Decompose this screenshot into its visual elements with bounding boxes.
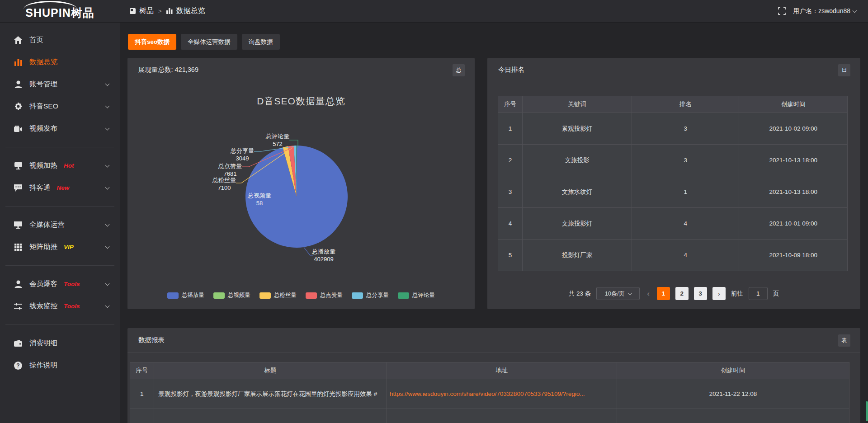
sidebar: 首页 数据总览 账号管理 抖音SEO 视频发布 视频加热 Hot 抖客通 New…: [0, 23, 120, 423]
total-toggle-button[interactable]: 总: [453, 64, 465, 76]
sidebar-item-account[interactable]: 账号管理: [0, 73, 120, 95]
header-right: 用户名：zswodun88: [778, 7, 868, 15]
sidebar-item-media-operation[interactable]: 全媒体运营: [0, 214, 120, 236]
pie-label-play-count: 总播放量402909: [312, 248, 335, 263]
data-report-panel: 数据报表 表 序号 标题 地址 创建时间 1 景观投影灯，夜游景观投影灯厂家展示…: [127, 328, 860, 423]
tab-inquiry-data[interactable]: 询盘数据: [242, 34, 280, 50]
video-share-link[interactable]: https://www.iesdouyin.com/share/video/70…: [390, 390, 585, 397]
chart-legend: 总播放量 总视频量 总粉丝量 总点赞量 总分享量 总评论量: [127, 291, 475, 299]
sidebar-item-lead-monitor[interactable]: 线索监控 Tools: [0, 295, 120, 317]
sidebar-item-label: 操作说明: [29, 361, 57, 370]
legend-item[interactable]: 总播放量: [167, 291, 204, 299]
chevron-down-icon: [853, 8, 857, 13]
sidebar-item-label: 线索监控: [29, 301, 57, 311]
sidebar-item-instructions[interactable]: ? 操作说明: [0, 354, 120, 376]
legend-item[interactable]: 总粉丝量: [259, 291, 297, 299]
report-table-header-row: 序号 标题 地址 创建时间: [130, 362, 849, 379]
page-button-2[interactable]: 2: [675, 287, 689, 300]
app-square-icon: [130, 8, 136, 14]
page-button-1[interactable]: 1: [657, 287, 670, 300]
legend-item[interactable]: 总分享量: [352, 291, 389, 299]
legend-item[interactable]: 总点赞量: [306, 291, 343, 299]
table-row[interactable]: [130, 409, 849, 423]
goto-suffix-label: 页: [773, 290, 779, 298]
sidebar-item-video-publish[interactable]: 视频发布: [0, 118, 120, 140]
day-toggle-button[interactable]: 日: [838, 64, 850, 76]
goto-page-input[interactable]: [749, 287, 768, 300]
rank-table-header-row: 序号 关键词 排名 创建时间: [498, 96, 848, 113]
grid-icon: [14, 244, 23, 251]
tab-douyin-seo-data[interactable]: 抖音seo数据: [128, 34, 176, 50]
sliders-icon: [14, 303, 23, 310]
top-header: SHUPIN树品 树品 > 数据总览 用户名：zswodun88: [0, 0, 868, 23]
sidebar-item-video-heat[interactable]: 视频加热 Hot: [0, 155, 120, 177]
tab-media-operation-data[interactable]: 全媒体运营数据: [181, 34, 237, 50]
username-label: 用户名：zswodun88: [793, 7, 850, 15]
table-row[interactable]: 1 景观投影灯，夜游景观投影灯厂家展示展示落花灯在花园里的灯光投影应用效果 # …: [130, 379, 849, 409]
col-header-created: 创建时间: [739, 96, 848, 113]
legend-swatch: [352, 292, 363, 299]
table-toggle-button[interactable]: 表: [838, 334, 850, 347]
sidebar-item-label: 数据总览: [29, 57, 57, 67]
legend-swatch: [398, 292, 409, 299]
chevron-down-icon: [105, 244, 110, 249]
sidebar-item-label: 账号管理: [29, 80, 57, 89]
legend-swatch: [259, 292, 271, 299]
chevron-down-icon: [105, 281, 110, 286]
page-size-select[interactable]: 10条/页: [596, 287, 640, 300]
table-row[interactable]: 2文旅投影32021-10-13 18:00: [498, 145, 848, 176]
overview-total-label: 展现量总数: 421,369: [138, 66, 198, 74]
col-header-no: 序号: [130, 362, 154, 379]
report-table-wrap: 序号 标题 地址 创建时间 1 景观投影灯，夜游景观投影灯厂家展示展示落花灯在花…: [130, 362, 849, 423]
table-row[interactable]: 3文旅水纹灯12021-10-13 18:00: [498, 176, 848, 208]
table-row[interactable]: 1景观投影灯32021-10-02 09:00: [498, 113, 848, 145]
sidebar-item-label: 视频加热: [29, 161, 57, 170]
username-menu[interactable]: 用户名：zswodun88: [793, 7, 856, 15]
chevron-down-icon: [105, 126, 110, 130]
table-row[interactable]: 5投影灯厂家42021-10-09 18:00: [498, 240, 848, 271]
sidebar-item-member-burst[interactable]: 会员爆客 Tools: [0, 273, 120, 295]
breadcrumb: 树品 > 数据总览: [130, 6, 205, 16]
overview-panel-header: 展现量总数: 421,369 总: [127, 58, 475, 82]
logo-arc-decoration: [24, 1, 77, 9]
rank-table: 序号 关键词 排名 创建时间 1景观投影灯32021-10-02 09:00 2…: [498, 96, 848, 271]
breadcrumb-root[interactable]: 树品: [139, 6, 154, 16]
home-icon: [14, 36, 23, 44]
legend-item[interactable]: 总视频量: [213, 291, 250, 299]
col-header-rank: 排名: [632, 96, 739, 113]
sidebar-item-label: 视频发布: [29, 124, 57, 133]
page-scrollbar-thumb[interactable]: [866, 401, 868, 421]
question-circle-icon: ?: [14, 362, 23, 370]
legend-swatch: [213, 292, 225, 299]
chevron-down-icon: [105, 185, 110, 189]
bar-chart-icon: [166, 8, 173, 14]
video-camera-icon: [14, 126, 23, 132]
legend-swatch: [167, 292, 179, 299]
sidebar-item-douyin-seo[interactable]: 抖音SEO: [0, 95, 120, 118]
pie-label-fans-count: 总粉丝量7100: [212, 176, 236, 192]
sidebar-divider: [5, 206, 114, 207]
fullscreen-icon[interactable]: [778, 7, 786, 15]
sidebar-item-matrix-boost[interactable]: 矩阵助推 VIP: [0, 236, 120, 258]
sidebar-divider: [5, 265, 114, 266]
chat-bubble-icon: [14, 184, 23, 192]
sidebar-item-label: 抖音SEO: [29, 102, 58, 111]
table-row[interactable]: 4文旅投影灯42021-10-01 09:00: [498, 208, 848, 240]
today-rank-panel: 今日排名 日 序号 关键词 排名 创建时间 1景观投影灯32021-10-02 …: [487, 58, 860, 309]
chevron-down-icon: [105, 163, 110, 167]
next-page-button[interactable]: ›: [712, 287, 726, 300]
sidebar-item-home[interactable]: 首页: [0, 29, 120, 51]
pie-label-comment-count: 总评论量572: [266, 132, 289, 148]
rank-panel-header: 今日排名 日: [487, 58, 860, 82]
person-icon: [14, 280, 23, 288]
legend-item[interactable]: 总评论量: [398, 291, 435, 299]
sidebar-item-douketong[interactable]: 抖客通 New: [0, 177, 120, 199]
report-panel-header: 数据报表 表: [127, 328, 860, 352]
page-button-3[interactable]: 3: [694, 287, 707, 300]
pie-label-share-count: 总分享量3049: [231, 147, 254, 162]
sidebar-item-data-overview[interactable]: 数据总览: [0, 51, 120, 73]
sidebar-item-consumption[interactable]: 消费明细: [0, 332, 120, 354]
tools-badge: Tools: [64, 281, 80, 287]
prev-page-button[interactable]: ‹: [645, 289, 651, 298]
report-table: 序号 标题 地址 创建时间 1 景观投影灯，夜游景观投影灯厂家展示展示落花灯在花…: [130, 362, 849, 423]
